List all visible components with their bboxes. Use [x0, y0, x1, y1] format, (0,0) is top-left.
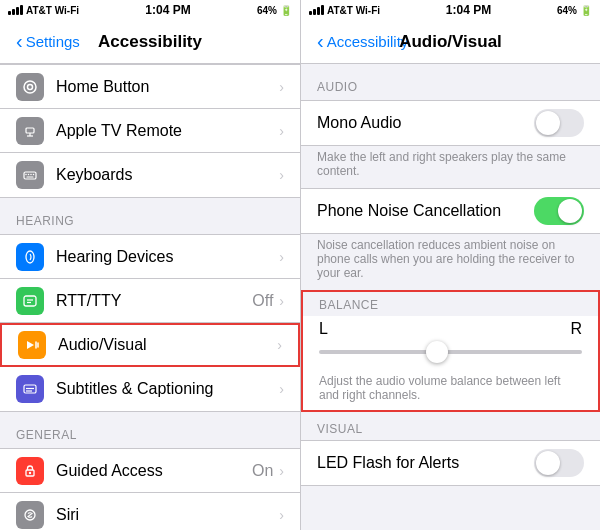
top-list-group: Home Button › Apple TV Remote › Keyboard…: [0, 64, 300, 198]
list-item-keyboards[interactable]: Keyboards ›: [0, 153, 300, 197]
guided-access-label: Guided Access: [56, 462, 252, 480]
rtt-tty-label: RTT/TTY: [56, 292, 252, 310]
rtt-tty-value: Off: [252, 292, 273, 310]
list-item-hearing-devices[interactable]: Hearing Devices ›: [0, 235, 300, 279]
list-item-guided-access[interactable]: Guided Access On ›: [0, 449, 300, 493]
hearing-section-header: HEARING: [0, 198, 300, 234]
chevron-left-icon: ‹: [16, 31, 23, 51]
balance-section-header: BALANCE: [303, 292, 598, 316]
balance-slider-container: [303, 350, 598, 370]
keyboards-icon: [16, 161, 44, 189]
mono-audio-desc: Make the left and right speakers play th…: [301, 146, 600, 188]
right-content: AUDIO Mono Audio Make the left and right…: [301, 64, 600, 530]
list-item-apple-tv[interactable]: Apple TV Remote ›: [0, 109, 300, 153]
balance-desc: Adjust the audio volume balance between …: [303, 370, 598, 410]
left-nav-bar: ‹ Settings Accessibility: [0, 20, 300, 64]
toggle-knob-noise: [558, 199, 582, 223]
balance-lr: L R: [303, 316, 598, 342]
guided-access-value: On: [252, 462, 273, 480]
svg-point-11: [26, 251, 34, 263]
general-section-header: GENERAL: [0, 412, 300, 448]
signal-icon-right: [309, 5, 324, 15]
rtt-tty-icon: [16, 287, 44, 315]
list-item-siri[interactable]: Siri ›: [0, 493, 300, 530]
audio-section-header: AUDIO: [301, 64, 600, 100]
noise-desc: Noise cancellation reduces ambient noise…: [301, 234, 600, 290]
hearing-list-group: Hearing Devices › RTT/TTY Off › Audio/Vi…: [0, 234, 300, 412]
balance-slider-thumb[interactable]: [426, 341, 448, 363]
chevron-right-icon: ›: [279, 381, 284, 397]
apple-tv-label: Apple TV Remote: [56, 122, 279, 140]
signal-icon: [8, 5, 23, 15]
left-content: Home Button › Apple TV Remote › Keyboard…: [0, 64, 300, 530]
hearing-devices-icon: [16, 243, 44, 271]
chevron-left-icon-right: ‹: [317, 31, 324, 51]
hearing-devices-label: Hearing Devices: [56, 248, 279, 266]
svg-point-0: [24, 81, 36, 93]
svg-rect-2: [26, 128, 34, 133]
back-label-right: Accessibility: [327, 33, 409, 50]
list-item-subtitles[interactable]: Subtitles & Captioning ›: [0, 367, 300, 411]
back-button-left[interactable]: ‹ Settings: [16, 32, 80, 51]
battery-right: 64% 🔋: [557, 5, 592, 16]
visual-settings-group: LED Flash for Alerts: [301, 440, 600, 486]
chevron-right-icon: ›: [279, 249, 284, 265]
right-status-bar: AT&T Wi-Fi 1:04 PM 64% 🔋: [301, 0, 600, 20]
balance-r-label: R: [570, 320, 582, 338]
visual-section-header: VISUAL: [301, 412, 600, 440]
list-item-home-button[interactable]: Home Button ›: [0, 65, 300, 109]
list-item-audio-visual[interactable]: Audio/Visual ›: [0, 323, 300, 367]
mono-audio-toggle[interactable]: [534, 109, 584, 137]
time-left: 1:04 PM: [145, 3, 190, 17]
right-nav-bar: ‹ Accessibility Audio/Visual: [301, 20, 600, 64]
chevron-right-icon: ›: [277, 337, 282, 353]
toggle-knob: [536, 111, 560, 135]
mono-audio-label: Mono Audio: [317, 114, 402, 132]
svg-rect-12: [24, 296, 36, 306]
carrier-left: AT&T Wi-Fi: [26, 5, 79, 16]
balance-section: BALANCE L R Adjust the audio volume bala…: [301, 290, 600, 412]
led-flash-label: LED Flash for Alerts: [317, 454, 459, 472]
battery-icon-right: 🔋: [580, 5, 592, 16]
phone-noise-toggle[interactable]: [534, 197, 584, 225]
status-carrier-right: AT&T Wi-Fi: [309, 5, 380, 16]
balance-l-label: L: [319, 320, 328, 338]
keyboards-label: Keyboards: [56, 166, 279, 184]
nav-title-left: Accessibility: [98, 32, 202, 52]
chevron-right-icon: ›: [279, 123, 284, 139]
phone-noise-row: Phone Noise Cancellation: [301, 189, 600, 233]
chevron-right-icon: ›: [279, 293, 284, 309]
chevron-right-icon: ›: [279, 463, 284, 479]
battery-icon: 🔋: [280, 5, 292, 16]
status-carrier-left: AT&T Wi-Fi: [8, 5, 79, 16]
siri-label: Siri: [56, 506, 279, 524]
balance-slider-track[interactable]: [319, 350, 582, 354]
home-button-icon: [16, 73, 44, 101]
audio-settings-group: Mono Audio: [301, 100, 600, 146]
phone-noise-label: Phone Noise Cancellation: [317, 202, 501, 220]
led-flash-toggle[interactable]: [534, 449, 584, 477]
siri-icon: [16, 501, 44, 529]
svg-rect-5: [24, 172, 36, 179]
nav-title-right: Audio/Visual: [399, 32, 502, 52]
svg-marker-15: [27, 341, 34, 349]
chevron-right-icon: ›: [279, 167, 284, 183]
apple-tv-icon: [16, 117, 44, 145]
battery-left: 64% 🔋: [257, 5, 292, 16]
led-flash-row: LED Flash for Alerts: [301, 441, 600, 485]
carrier-right: AT&T Wi-Fi: [327, 5, 380, 16]
general-list-group: Guided Access On › Siri › Accessibility …: [0, 448, 300, 530]
toggle-knob-led: [536, 451, 560, 475]
audio-visual-icon: [18, 331, 46, 359]
time-right: 1:04 PM: [446, 3, 491, 17]
subtitles-icon: [16, 375, 44, 403]
back-button-right[interactable]: ‹ Accessibility: [317, 32, 408, 51]
svg-point-22: [29, 471, 31, 473]
audio-visual-label: Audio/Visual: [58, 336, 277, 354]
noise-cancel-group: Phone Noise Cancellation: [301, 188, 600, 234]
chevron-right-icon: ›: [279, 507, 284, 523]
right-panel: AT&T Wi-Fi 1:04 PM 64% 🔋 ‹ Accessibility…: [300, 0, 600, 530]
list-item-rtt-tty[interactable]: RTT/TTY Off ›: [0, 279, 300, 323]
left-status-bar: AT&T Wi-Fi 1:04 PM 64% 🔋: [0, 0, 300, 20]
left-panel: AT&T Wi-Fi 1:04 PM 64% 🔋 ‹ Settings Acce…: [0, 0, 300, 530]
